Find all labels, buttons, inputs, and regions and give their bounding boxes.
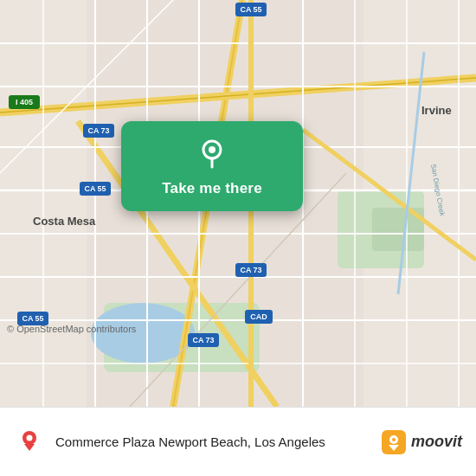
popup-card[interactable]: Take me there: [121, 121, 303, 211]
svg-point-62: [392, 438, 396, 441]
moovit-logo: moovit: [380, 428, 462, 456]
svg-text:CA 55: CA 55: [240, 5, 261, 14]
svg-text:CA 55: CA 55: [84, 184, 106, 193]
svg-text:CA 55: CA 55: [22, 314, 43, 323]
svg-text:Costa Mesa: Costa Mesa: [33, 215, 96, 228]
moovit-text: moovit: [411, 433, 462, 451]
popup-label: Take me there: [162, 180, 262, 197]
svg-text:I 405: I 405: [16, 98, 33, 106]
place-pin-icon: [14, 427, 45, 458]
svg-text:CA 73: CA 73: [192, 336, 214, 344]
svg-text:CA 73: CA 73: [240, 266, 261, 274]
location-pin-icon: [195, 137, 229, 171]
place-name: Commerce Plaza Newport Beach, Los Angele…: [55, 434, 370, 449]
svg-point-58: [27, 434, 33, 441]
map-container: CA 55 I 405 CA 73 CA 55 I 405 CA 73 CA 5…: [0, 0, 476, 407]
svg-point-55: [209, 146, 215, 153]
svg-text:CAD: CAD: [250, 312, 267, 321]
bottom-bar: Commerce Plaza Newport Beach, Los Angele…: [0, 407, 476, 476]
map-copyright: © OpenStreetMap contributors: [7, 324, 136, 334]
svg-text:CA 73: CA 73: [87, 126, 109, 135]
svg-marker-59: [24, 444, 35, 451]
svg-text:Irvine: Irvine: [421, 104, 452, 117]
moovit-pin-icon: [380, 428, 408, 456]
